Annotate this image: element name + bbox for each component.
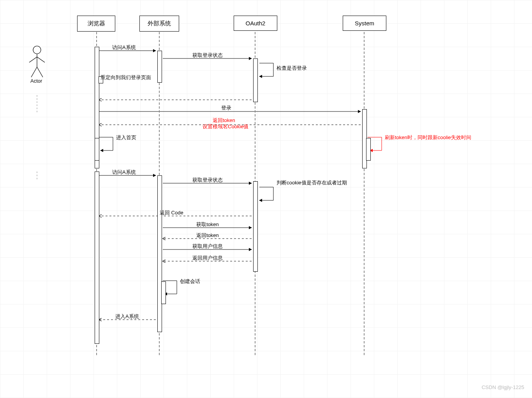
msg-enter-home: 进入首页 bbox=[116, 134, 136, 141]
msg-get-login-status-1: 获取登录状态 bbox=[192, 52, 223, 59]
activation-browser-home bbox=[95, 138, 99, 161]
svg-line-2 bbox=[29, 57, 37, 62]
svg-line-4 bbox=[31, 67, 37, 77]
msg-set-cookie: 设置根域名Cookie值 bbox=[203, 123, 248, 130]
msg-redirect-login: 重定向到我们登录页面 bbox=[100, 74, 151, 81]
msg-refresh-token: 刷新token时，同时跟新coolie失效时间 bbox=[385, 134, 471, 141]
msg-get-user-info: 获取用户信息 bbox=[192, 243, 223, 250]
msg-create-session: 创建会话 bbox=[180, 278, 200, 285]
msg-get-login-status-2: 获取登录状态 bbox=[192, 177, 223, 184]
activation-browser-2 bbox=[95, 172, 99, 344]
svg-line-3 bbox=[37, 57, 45, 62]
msg-return-token-2: 返回token bbox=[196, 232, 219, 239]
participant-external-label: 外部系统 bbox=[148, 20, 171, 27]
msg-return-code: 返回 Code bbox=[160, 209, 183, 216]
activation-external-session bbox=[161, 281, 166, 304]
msg-login: 登录 bbox=[221, 104, 231, 111]
msg-return-user-info: 返回用户信息 bbox=[192, 255, 223, 262]
msg-get-token: 获取token bbox=[196, 221, 219, 228]
activation-system-refresh bbox=[366, 138, 371, 161]
actor-label: Actor bbox=[30, 78, 42, 84]
activation-oauth2-1 bbox=[253, 58, 258, 102]
participant-browser: 浏览器 bbox=[77, 16, 115, 32]
watermark: CSDN @lgjly-1225 bbox=[482, 384, 524, 390]
msg-enter-a-system: 进入A系统 bbox=[115, 313, 139, 320]
msg-check-login: 检查是否登录 bbox=[277, 65, 307, 72]
participant-oauth2: OAuth2 bbox=[234, 16, 277, 31]
msg-judge-cookie: 判断cookie值是否存在或者过期 bbox=[277, 179, 347, 186]
diagram-svg bbox=[0, 0, 532, 398]
lifeline-system bbox=[364, 32, 365, 355]
msg-visit-a-2: 访问A系统 bbox=[112, 169, 136, 176]
participant-external: 外部系统 bbox=[139, 16, 179, 32]
activation-oauth2-2 bbox=[253, 181, 258, 272]
participant-system: System bbox=[343, 16, 386, 31]
svg-point-0 bbox=[33, 46, 41, 54]
activation-external-1 bbox=[157, 51, 162, 83]
sequence-diagram-canvas: Actor 浏览器 外部系统 OAuth2 System 访问A系统 获取登录状… bbox=[0, 0, 532, 398]
activation-external-2 bbox=[157, 175, 162, 332]
participant-oauth2-label: OAuth2 bbox=[246, 20, 266, 27]
participant-browser-label: 浏览器 bbox=[88, 20, 105, 27]
svg-line-5 bbox=[37, 67, 43, 77]
msg-visit-a-1: 访问A系统 bbox=[112, 44, 136, 51]
participant-system-label: System bbox=[355, 20, 374, 27]
